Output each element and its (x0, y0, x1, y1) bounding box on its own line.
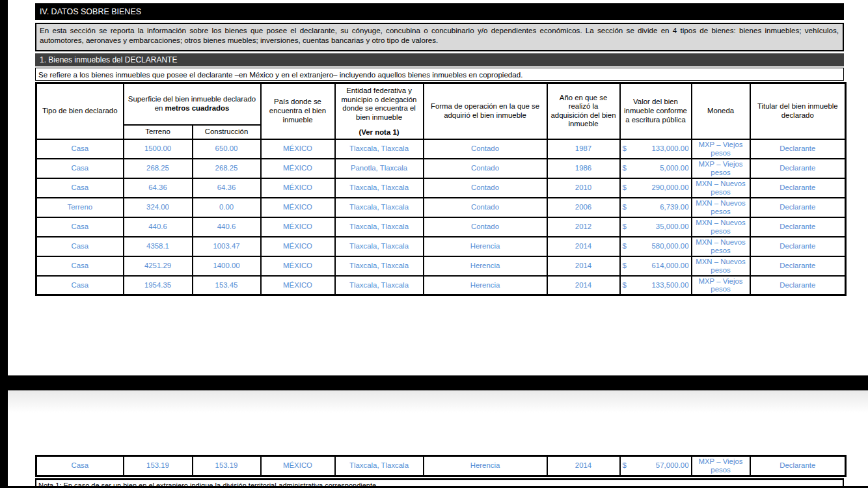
table-row: Casa 440.6 440.6 MÉXICO Tlaxcala, Tlaxca… (36, 217, 846, 237)
cell-anio: 2014 (547, 237, 620, 256)
table-row: Casa 153.19 153.19 MÉXICO Tlaxcala, Tlax… (36, 456, 846, 476)
currency-symbol: $ (623, 183, 627, 192)
col-header-anio: Año en que se realizó la adquisición del… (547, 83, 620, 139)
section-header: IV. DATOS SOBRE BIENES (35, 3, 844, 20)
subsection-intro-text: Se refiere a los bienes inmuebles que po… (38, 70, 522, 79)
cell-tipo: Casa (36, 276, 124, 295)
cell-valor: $ 57,000.00 (620, 456, 692, 476)
cell-tipo: Casa (36, 256, 124, 276)
subsection-intro: Se refiere a los bienes inmuebles que po… (35, 68, 844, 81)
currency-symbol: $ (623, 223, 627, 231)
cell-valor: $ 35,000.00 (620, 217, 692, 237)
document-page-2: Casa 153.19 153.19 MÉXICO Tlaxcala, Tlax… (7, 390, 868, 486)
cell-forma: Herencia (424, 256, 547, 276)
cell-entidad: Tlaxcala, Tlaxcala (335, 237, 424, 256)
cell-forma: Contado (424, 198, 547, 217)
cell-pais: MÉXICO (261, 159, 335, 178)
cell-valor: $ 5,000.00 (620, 159, 692, 178)
col-header-titular: Titular del bien inmueble declarado (750, 83, 846, 139)
cell-moneda: MXP – Viejos pesos (692, 159, 750, 178)
cell-titular: Declarante (750, 276, 846, 295)
cell-moneda: MXP – Viejos pesos (692, 139, 750, 159)
cell-valor: $ 580,000.00 (620, 237, 692, 256)
cell-anio: 1987 (547, 139, 620, 159)
cell-valor: $ 133,000.00 (620, 139, 692, 159)
subsection-header-label: 1. Bienes inmuebles del DECLARANTE (40, 55, 177, 64)
cell-valor: $ 133,500.00 (620, 276, 692, 295)
cell-moneda: MXP – Viejos pesos (692, 456, 750, 476)
cell-moneda: MXP – Viejos pesos (692, 276, 750, 295)
table-row: Casa 268.25 268.25 MÉXICO Panotla, Tlaxc… (36, 159, 846, 178)
cell-pais: MÉXICO (261, 456, 335, 476)
cell-construccion: 1003.47 (193, 237, 261, 256)
cell-construccion: 650.00 (193, 139, 261, 159)
cell-valor: $ 614,000.00 (620, 256, 692, 276)
valor-amount: 133,500.00 (652, 281, 689, 290)
cell-entidad: Tlaxcala, Tlaxcala (335, 217, 424, 237)
section-header-label: IV. DATOS SOBRE BIENES (40, 7, 141, 16)
cell-construccion: 1400.00 (193, 256, 261, 276)
bienes-inmuebles-table-continued: Casa 153.19 153.19 MÉXICO Tlaxcala, Tlax… (35, 455, 847, 477)
col-header-superficie: Superficie del bien inmueble declarado e… (124, 83, 261, 125)
cell-moneda: MXN – Nuevos pesos (692, 237, 750, 256)
cell-construccion: 268.25 (193, 159, 261, 178)
cell-terreno: 1954.35 (124, 276, 193, 295)
col-header-moneda: Moneda (692, 83, 750, 139)
table-row: Terreno 324.00 0.00 MÉXICO Tlaxcala, Tla… (36, 198, 846, 217)
currency-symbol: $ (623, 203, 627, 211)
cell-anio: 2012 (547, 217, 620, 237)
valor-amount: 35,000.00 (656, 223, 689, 231)
cell-valor: $ 6,739.00 (620, 198, 692, 217)
bienes-table-wrapper: Tipo de bien declarado Superficie del bi… (35, 82, 844, 296)
cell-tipo: Casa (36, 159, 124, 178)
currency-symbol: $ (623, 281, 627, 290)
cell-titular: Declarante (750, 198, 846, 217)
cell-forma: Contado (424, 139, 547, 159)
cell-pais: MÉXICO (261, 178, 335, 198)
cell-titular: Declarante (750, 217, 846, 237)
cell-moneda: MXN – Nuevos pesos (692, 217, 750, 237)
col-header-forma: Forma de operación en la que se adquirió… (424, 83, 547, 139)
col-header-valor: Valor del bien inmueble conforme a escri… (620, 83, 692, 139)
cell-entidad: Tlaxcala, Tlaxcala (335, 276, 424, 295)
cell-terreno: 324.00 (124, 198, 193, 217)
table-row: Casa 1500.00 650.00 MÉXICO Tlaxcala, Tla… (36, 139, 846, 159)
table-row: Casa 4358.1 1003.47 MÉXICO Tlaxcala, Tla… (36, 237, 846, 256)
cell-terreno: 1500.00 (124, 139, 193, 159)
cell-titular: Declarante (750, 178, 846, 198)
col-header-entidad-nota: (Ver nota 1) (338, 128, 421, 137)
cell-entidad: Tlaxcala, Tlaxcala (335, 178, 424, 198)
cell-entidad: Tlaxcala, Tlaxcala (335, 198, 424, 217)
cell-tipo: Casa (36, 237, 124, 256)
cell-anio: 2010 (547, 178, 620, 198)
col-header-tipo: Tipo de bien declarado (36, 83, 124, 139)
valor-amount: 290,000.00 (652, 183, 689, 192)
cell-construccion: 440.6 (193, 217, 261, 237)
cell-entidad: Panotla, Tlaxcala (335, 159, 424, 178)
cell-entidad: Tlaxcala, Tlaxcala (335, 456, 424, 476)
cell-pais: MÉXICO (261, 256, 335, 276)
cell-terreno: 268.25 (124, 159, 193, 178)
cell-tipo: Casa (36, 456, 124, 476)
footnote: Nota 1: En caso de ser un bien en el ext… (35, 478, 844, 486)
cell-tipo: Terreno (36, 198, 124, 217)
cell-terreno: 4358.1 (124, 237, 193, 256)
cell-forma: Herencia (424, 456, 547, 476)
valor-amount: 5,000.00 (660, 164, 688, 172)
currency-symbol: $ (623, 262, 627, 270)
col-header-superficie-bold: metros cuadrados (165, 104, 230, 112)
cell-moneda: MXN – Nuevos pesos (692, 198, 750, 217)
bienes-inmuebles-table: Tipo de bien declarado Superficie del bi… (35, 82, 847, 296)
cell-entidad: Tlaxcala, Tlaxcala (335, 139, 424, 159)
cell-pais: MÉXICO (261, 276, 335, 295)
cell-tipo: Casa (36, 217, 124, 237)
cell-anio: 2014 (547, 256, 620, 276)
valor-amount: 57,000.00 (656, 461, 689, 470)
page-separator-band (0, 375, 868, 390)
cell-moneda: MXN – Nuevos pesos (692, 178, 750, 198)
cell-valor: $ 290,000.00 (620, 178, 692, 198)
col-header-construccion: Construcción (193, 125, 261, 139)
valor-amount: 580,000.00 (652, 242, 689, 251)
cell-forma: Herencia (424, 276, 547, 295)
cell-forma: Herencia (424, 237, 547, 256)
